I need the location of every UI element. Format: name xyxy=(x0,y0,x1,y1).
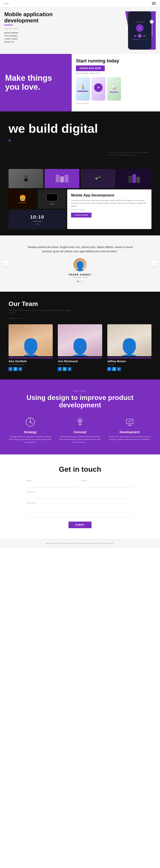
development-name: Development xyxy=(108,430,152,434)
build-digital-title: we build digital xyxy=(8,122,152,135)
purple-bar-ann xyxy=(58,358,102,359)
trial-text: Free 30-day trial. macOS 10.11+ xyxy=(76,72,156,74)
card-image-credit: Images from Freepik xyxy=(71,209,148,211)
name-label: NAME xyxy=(27,480,78,482)
message-label: MESSAGE xyxy=(27,502,133,504)
features-section: FEATURES Using design to improve product… xyxy=(0,379,160,455)
portfolio-item-phone-hand: 📱 xyxy=(8,169,43,188)
hero-nav: DEVELOPMENT TECH TRENDS LATEST NEWS ABOU… xyxy=(4,32,79,43)
ann-facebook[interactable]: f xyxy=(58,367,62,371)
email-label: EMAIL xyxy=(82,480,133,482)
hero-subtitle: Image from Freepik xyxy=(4,28,79,29)
app-screen-3: 📊 xyxy=(107,77,121,100)
app-screen-2: ♥ xyxy=(91,77,105,100)
jeffrey-facebook[interactable]: f xyxy=(107,367,111,371)
image-credit: Image from Freepik xyxy=(76,103,156,104)
ann-role: creative leader xyxy=(58,363,102,365)
ann-social: f t in xyxy=(58,367,102,371)
concept-icon-wrap xyxy=(75,416,85,428)
portfolio-grid-top: 📱 📲 xyxy=(8,169,152,188)
message-field: MESSAGE xyxy=(27,502,133,517)
arrow-left[interactable]: ‹ xyxy=(3,260,8,267)
dot-2[interactable] xyxy=(79,281,81,282)
features-title: Using design to improve product developm… xyxy=(8,394,152,409)
concept-desc: A business concept is a statement that d… xyxy=(58,435,102,443)
email-field: EMAIL xyxy=(82,480,133,488)
jeffrey-photo: 👤 xyxy=(107,324,152,356)
svg-point-3 xyxy=(30,422,31,423)
arrow-right[interactable]: › xyxy=(152,260,157,267)
start-running-title: Start running today xyxy=(76,58,156,64)
dot-3[interactable] xyxy=(81,281,83,282)
testimonial-avatar: 👤 xyxy=(73,258,87,271)
portfolio-item-purple xyxy=(45,169,79,188)
features-label: FEATURES xyxy=(8,390,152,392)
dot-1[interactable] xyxy=(77,281,79,282)
phone-mockup: • MOCKUP ♪ ⏮ ▶ ⏭ xyxy=(128,11,152,50)
features-grid: Strategy Strategy refers to an organizat… xyxy=(8,416,152,443)
contact-title: Get in touch xyxy=(8,465,152,473)
hero-left: Mobile application development Image fro… xyxy=(4,11,81,50)
jeffrey-linkedin[interactable]: in xyxy=(117,367,121,371)
message-input[interactable] xyxy=(27,504,133,517)
alex-photo: 👤 xyxy=(8,324,53,356)
hamburger-menu[interactable] xyxy=(152,2,156,5)
hero-section: Mobile application development Image fro… xyxy=(0,7,160,54)
testimonial-section: ‹ "Aenean pulvinar dui ornare, feugiat l… xyxy=(0,236,160,292)
team-title: Our Team xyxy=(8,300,152,307)
accent-line xyxy=(4,25,13,25)
name-field: NAME xyxy=(27,480,78,488)
portfolio-section: 📱 📲 🍔 BURGER xyxy=(0,167,160,236)
alex-name: Alex Grinfield xyxy=(8,360,53,363)
ann-photo: 👤 xyxy=(58,324,102,356)
section2-right: Start running today DOWNLOAD NOW Free 30… xyxy=(72,54,160,112)
submit-button[interactable]: SUBMIT xyxy=(69,522,91,528)
team-member-alex: 👤 Alex Grinfield programming guru f t in xyxy=(8,324,53,371)
alex-twitter[interactable]: t xyxy=(14,367,17,371)
section2-left: Make things you love. xyxy=(0,54,72,112)
make-things-title: Make things you love. xyxy=(5,74,66,92)
subject-input[interactable] xyxy=(27,493,133,499)
testimonial-dots xyxy=(13,281,147,282)
alex-linkedin[interactable]: in xyxy=(18,367,22,371)
nav-latest-news[interactable]: LATEST NEWS xyxy=(4,38,79,40)
concept-icon xyxy=(75,417,85,427)
subject-field: SUBJECT xyxy=(27,491,133,499)
alex-facebook[interactable]: f xyxy=(8,367,12,371)
nav-development[interactable]: DEVELOPMENT xyxy=(4,32,79,34)
earphone-wire xyxy=(152,24,152,36)
app-screenshots: 🏃 ♥ 📊 xyxy=(76,77,156,100)
name-input[interactable] xyxy=(27,483,78,488)
team-section: Our Team Sample text. Click to select th… xyxy=(0,292,160,379)
download-button[interactable]: DOWNLOAD NOW xyxy=(76,65,105,71)
card-desc: Ut enim ad minim veniam, quis nostrud ex… xyxy=(71,199,148,207)
team-member-jeffrey: 👤 Jeffrey Brown manager f t in xyxy=(107,324,152,371)
jeffrey-twitter[interactable]: t xyxy=(112,367,116,371)
ann-linkedin[interactable]: in xyxy=(68,367,72,371)
feature-concept: Concept A business concept is a statemen… xyxy=(58,416,102,443)
email-input[interactable] xyxy=(82,483,133,488)
alex-social: f t in xyxy=(8,367,53,371)
development-icon-wrap xyxy=(124,416,135,428)
concept-name: Concept xyxy=(58,430,102,434)
footer-text: Sample text. Click to select the text bo… xyxy=(8,542,152,545)
development-desc: Develop an on-demand app for your indust… xyxy=(108,435,152,441)
hero-title: Mobile application development xyxy=(4,11,79,24)
learn-more-button[interactable]: LEARN MORE xyxy=(71,213,91,218)
hero-right: • MOCKUP ♪ ⏮ ▶ ⏭ xyxy=(81,11,156,50)
ann-twitter[interactable]: t xyxy=(63,367,66,371)
footer: Sample text. Click to select the text bo… xyxy=(0,539,160,548)
nav-tech-trends[interactable]: TECH TRENDS xyxy=(4,35,79,37)
section2: Make things you love. Start running toda… xyxy=(0,54,160,112)
strategy-icon-wrap xyxy=(25,416,36,428)
svg-point-7 xyxy=(79,420,81,422)
portfolio-bottom-row: 🍔 BURGER 10:10 Wednesday Mobile App Deve… xyxy=(8,189,152,229)
jeffrey-name: Jeffrey Brown xyxy=(107,360,152,363)
portfolio-burger: 🍔 BURGER xyxy=(8,189,37,209)
contact-section: Get in touch NAME EMAIL SUBJECT MESSAGE … xyxy=(0,455,160,539)
portfolio-bottom-left-grid: 🍔 BURGER 10:10 Wednesday xyxy=(8,189,66,229)
development-icon xyxy=(125,417,134,427)
portfolio-devices xyxy=(38,189,66,209)
nav-about-us[interactable]: ABOUT US xyxy=(4,41,79,43)
section3: we build digital Sample text. Click to s… xyxy=(0,112,160,167)
